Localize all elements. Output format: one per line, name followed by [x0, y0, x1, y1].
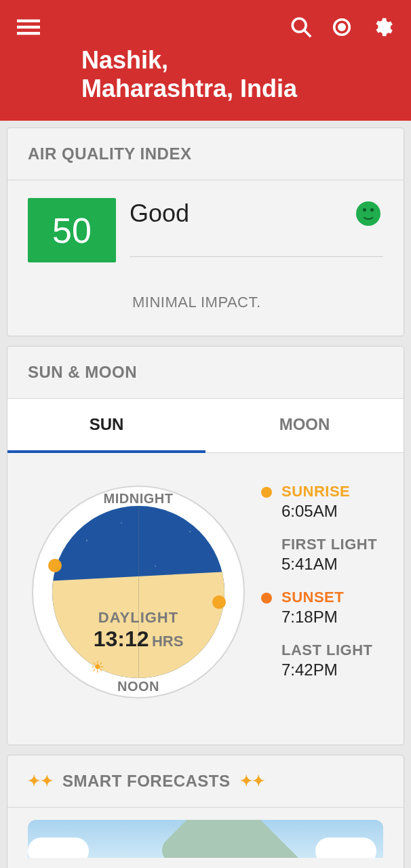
search-icon[interactable] — [289, 15, 313, 39]
sunmoon-card: SUN & MOON SUN MOON MIDNIGHT NOON DAYLIG… — [7, 346, 404, 745]
svg-rect-2 — [17, 32, 40, 35]
smile-icon — [356, 201, 380, 226]
aqi-description: MINIMAL IMPACT. — [7, 269, 404, 336]
forecasts-card: ✦✦ SMART FORECASTS ✦✦ — [7, 755, 404, 868]
daylight-unit: HRS — [152, 633, 183, 650]
sunset-value: 7:18PM — [262, 608, 391, 627]
sun-position-icon: ☀ — [90, 658, 105, 677]
daylight-value: 13:12 — [94, 627, 149, 651]
locate-icon[interactable] — [330, 15, 354, 39]
aqi-card: AIR QUALITY INDEX 50 Good MINIMAL IMPACT… — [7, 127, 404, 336]
aqi-label: Good — [130, 199, 189, 228]
dot-icon — [261, 593, 272, 604]
sparkle-icon: ✦✦ — [28, 772, 53, 790]
firstlight-row: FIRST LIGHT 5:41AM — [262, 536, 391, 574]
header-actions — [289, 15, 395, 39]
content-area: AIR QUALITY INDEX 50 Good MINIMAL IMPACT… — [0, 121, 411, 868]
sunmoon-card-header: SUN & MOON — [7, 347, 404, 399]
firstlight-label: FIRST LIGHT — [262, 536, 391, 553]
menu-icon[interactable] — [16, 15, 41, 39]
lastlight-value: 7:42PM — [262, 660, 391, 679]
daylight-label: DAYLIGHT — [20, 609, 257, 627]
sunset-label: SUNSET — [262, 589, 391, 606]
aqi-body: 50 Good — [7, 180, 404, 269]
sunmoon-tabs: SUN MOON — [7, 399, 404, 453]
forecasts-title: SMART FORECASTS — [62, 772, 231, 791]
sun-body: MIDNIGHT NOON DAYLIGHT 13:12 HRS ☀ SUNRI… — [7, 453, 404, 745]
tab-sun[interactable]: SUN — [7, 399, 206, 453]
dot-icon — [261, 487, 272, 498]
aqi-value-badge: 50 — [28, 198, 116, 262]
sun-info-list: SUNRISE 6:05AM FIRST LIGHT 5:41AM SUNSET… — [262, 473, 391, 711]
sunrise-dot-icon — [48, 559, 62, 572]
aqi-card-header: AIR QUALITY INDEX — [7, 128, 404, 180]
tab-moon[interactable]: MOON — [206, 399, 404, 453]
daylight-box: DAYLIGHT 13:12 HRS — [20, 609, 257, 652]
sunset-dot-icon — [212, 595, 226, 609]
lastlight-label: LAST LIGHT — [262, 642, 391, 659]
aqi-right: Good — [130, 199, 383, 261]
sparkle-icon: ✦✦ — [240, 772, 265, 790]
header-top-bar — [0, 0, 411, 46]
svg-rect-0 — [17, 20, 40, 22]
lastlight-row: LAST LIGHT 7:42PM — [262, 642, 391, 679]
location-line-1: Nashik, — [81, 46, 411, 75]
sun-dial: MIDNIGHT NOON DAYLIGHT 13:12 HRS ☀ — [20, 473, 257, 711]
location-line-2: Maharashtra, India — [81, 75, 411, 103]
sunrise-label: SUNRISE — [262, 483, 391, 500]
gear-icon[interactable] — [370, 15, 395, 39]
forecast-illustration — [28, 820, 383, 858]
forecasts-card-header: ✦✦ SMART FORECASTS ✦✦ — [7, 755, 404, 808]
svg-rect-1 — [17, 26, 40, 28]
app-header: Nashik, Maharashtra, India — [0, 0, 411, 121]
svg-point-6 — [339, 24, 345, 31]
sunrise-value: 6:05AM — [262, 502, 391, 521]
svg-line-4 — [304, 30, 311, 37]
dial-label-midnight: MIDNIGHT — [20, 491, 257, 507]
sunrise-row: SUNRISE 6:05AM — [262, 483, 391, 521]
firstlight-value: 5:41AM — [262, 555, 391, 574]
sunset-row: SUNSET 7:18PM — [262, 589, 391, 627]
dial-label-noon: NOON — [20, 679, 257, 694]
location-title: Nashik, Maharashtra, India — [0, 46, 411, 121]
svg-point-3 — [292, 18, 306, 32]
forecasts-body — [7, 808, 404, 868]
